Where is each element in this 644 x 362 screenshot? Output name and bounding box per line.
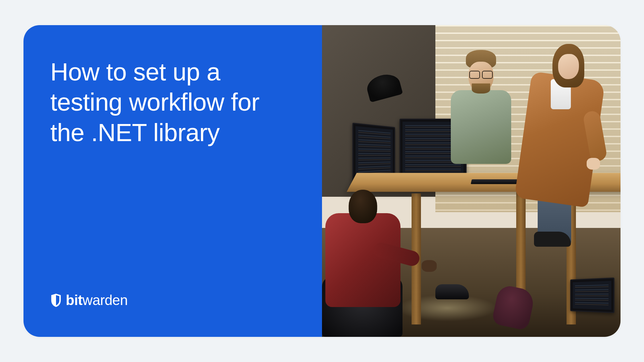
- text-panel: How to set up a testing workflow for the…: [23, 25, 322, 337]
- hero-image-panel: [322, 25, 621, 337]
- office-scene-illustration: [322, 25, 621, 337]
- card-headline: How to set up a testing workflow for the…: [50, 57, 295, 148]
- brand-logo: bitwarden: [50, 292, 295, 308]
- brand-bold: bit: [66, 292, 83, 308]
- brand-light: warden: [83, 292, 128, 308]
- shield-icon: [50, 294, 62, 307]
- promo-card: How to set up a testing workflow for the…: [23, 25, 621, 337]
- brand-wordmark: bitwarden: [66, 292, 128, 308]
- promo-card-wrapper: How to set up a testing workflow for the…: [23, 25, 621, 337]
